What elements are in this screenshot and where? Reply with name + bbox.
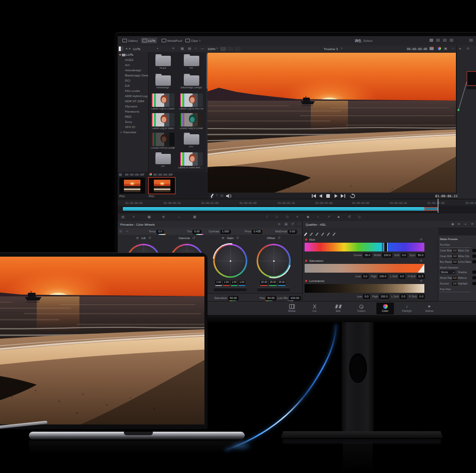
- tab-luts[interactable]: LUTs: [141, 38, 157, 43]
- param-high[interactable]: High100.0: [371, 274, 388, 279]
- offset-wheel[interactable]: [257, 244, 291, 278]
- auto-icon[interactable]: ⊙: [119, 230, 122, 233]
- param-soft[interactable]: Soft0.0: [394, 253, 407, 258]
- playhead[interactable]: [438, 199, 438, 213]
- hue-enabled-dot[interactable]: [305, 239, 307, 241]
- hue-param[interactable]: Hue50.00: [260, 296, 276, 301]
- annotate-pencil-icon[interactable]: [210, 194, 214, 198]
- lut-folder[interactable]: DCI: [177, 132, 205, 151]
- transport-controls[interactable]: [311, 194, 355, 198]
- reset-icon[interactable]: ↺: [148, 236, 151, 240]
- slider[interactable]: [440, 247, 471, 248]
- param-middetail[interactable]: MidDetail0.00: [275, 230, 297, 234]
- sidebar-item-hdr-st2084[interactable]: HDR ST 2084: [118, 99, 148, 104]
- lummix-param[interactable]: Lum Mix100.00: [277, 296, 301, 301]
- page-cut[interactable]: Cut: [306, 303, 323, 314]
- offset-master-slider[interactable]: [257, 288, 290, 291]
- param-pivot[interactable]: Pivot0.435: [245, 230, 262, 234]
- param-lsoft[interactable]: L.Soft0.0: [391, 294, 407, 299]
- matte-row[interactable]: Clean Black0.0Black Clip: [438, 248, 476, 254]
- param-tint[interactable]: Tint0.00: [187, 230, 201, 234]
- lut-folder[interactable]: Arri: [177, 53, 205, 73]
- timeline-clip-bar-selected[interactable]: [424, 207, 438, 211]
- saturation-enabled-dot[interactable]: [305, 260, 307, 262]
- tool-icon[interactable]: ⊕: [162, 215, 165, 219]
- forward-icon[interactable]: ▸: [129, 47, 131, 51]
- lut-item[interactable]: Canon Log to Cineon: [149, 92, 177, 112]
- page-edit[interactable]: Edit: [329, 303, 347, 314]
- range-handle[interactable]: [384, 243, 384, 251]
- list-view-icon[interactable]: ▤: [188, 47, 191, 51]
- clip-filter-icon[interactable]: ▤: [119, 173, 122, 177]
- saturation-param[interactable]: Saturation50.00: [214, 296, 239, 301]
- gain-master-slider[interactable]: [214, 288, 247, 291]
- search-icon[interactable]: ○: [195, 47, 197, 51]
- sidebar-item-astrodesign[interactable]: Astrodesign: [118, 68, 148, 73]
- param-sym[interactable]: Sym50.0: [409, 253, 425, 258]
- tool-icon[interactable]: ↔: [178, 215, 181, 219]
- page-deliver[interactable]: ▶Deliver: [421, 303, 438, 314]
- param-center[interactable]: Center29.0: [354, 253, 372, 258]
- zoom-level[interactable]: 100%: [208, 48, 215, 51]
- param-high[interactable]: High100.0: [372, 294, 389, 299]
- check-icon[interactable]: ✓: [126, 230, 129, 233]
- tab-clips[interactable]: Clips ∨: [184, 38, 202, 43]
- color-node[interactable]: [467, 71, 476, 86]
- sidebar-item-arri[interactable]: Arri: [118, 62, 148, 68]
- color-wheel-icon[interactable]: [438, 47, 441, 50]
- reset-icon[interactable]: ↺: [420, 259, 422, 262]
- window-icon[interactable]: [430, 39, 433, 42]
- param-value[interactable]: 0.435: [252, 230, 262, 234]
- sidebar-item-favorites[interactable]: ☆ Favorites: [118, 130, 148, 135]
- lut-item[interactable]: Cineon Print to Linear: [149, 132, 177, 151]
- eyedropper-add-icon[interactable]: [309, 232, 313, 236]
- timeline-clip-bar[interactable]: [123, 207, 424, 211]
- matte-row[interactable]: Pre-Filter: [438, 243, 476, 248]
- view-toggle-button[interactable]: [220, 47, 226, 51]
- pointer-icon[interactable]: ▸: [459, 47, 461, 51]
- lut-folder[interactable]: Astrodesign: [149, 73, 177, 92]
- sidebar-item-aces[interactable]: ACES: [118, 57, 148, 62]
- viewer-image[interactable]: [208, 53, 456, 193]
- param-low[interactable]: Low0.0: [357, 294, 370, 299]
- matte-row[interactable]: Clean White0.0White Clip: [438, 254, 476, 260]
- sidebar-item-sony[interactable]: Sony: [118, 119, 148, 124]
- lut-item[interactable]: Canon Log to Video: [149, 112, 177, 132]
- sidebar-item-dji[interactable]: DJI: [118, 83, 148, 88]
- view-toggle-button[interactable]: [235, 47, 241, 51]
- saturation-range-bar[interactable]: [305, 264, 424, 273]
- panel-icon[interactable]: ◐: [465, 223, 467, 226]
- timeline-selector[interactable]: Timeline 3: [324, 48, 338, 51]
- snapshot-icon[interactable]: ⊙: [220, 194, 223, 198]
- sidebar-item-red[interactable]: RED: [118, 114, 148, 119]
- tool-icon[interactable]: ↺: [348, 215, 351, 219]
- reset-icon[interactable]: ↺: [291, 223, 294, 226]
- timeline-ruler[interactable]: 01:00:00:00 01:00:00:16 01:00:01:08 01:0…: [118, 199, 476, 206]
- morph-dropdown[interactable]: Shrink∨: [440, 270, 455, 274]
- param-value[interactable]: 0.00: [193, 230, 201, 234]
- tool-icon[interactable]: ▥: [121, 215, 124, 219]
- param-hsoft[interactable]: H.Soft11.5: [407, 274, 425, 279]
- tool-icon[interactable]: ■: [338, 215, 340, 219]
- window-icon[interactable]: [450, 39, 453, 42]
- tool-icon[interactable]: ◇: [286, 215, 289, 219]
- tool-icon[interactable]: □: [276, 215, 278, 219]
- param-low[interactable]: Low0.0: [356, 274, 369, 279]
- sidebar-item-olympus[interactable]: Olympus: [118, 104, 148, 109]
- view-toggle-button[interactable]: [228, 47, 233, 51]
- param-lsoft[interactable]: L.Soft0.0: [390, 274, 405, 279]
- panel-icon[interactable]: ▾: [458, 223, 459, 226]
- sort-icon[interactable]: ≡: [172, 47, 174, 51]
- tool-icon[interactable]: ○: [317, 215, 319, 219]
- reset-icon[interactable]: ↺: [420, 279, 422, 282]
- param-value[interactable]: 0.00: [288, 230, 297, 234]
- tool-icon[interactable]: ▷: [358, 215, 361, 219]
- param-hsoft[interactable]: H.Soft0.0: [409, 294, 425, 299]
- gain-values[interactable]: 1.001.001.001.00: [215, 280, 245, 285]
- clip-thumbnail-selected[interactable]: [148, 177, 176, 194]
- sidebar-item-hdr-hlg[interactable]: HDR Hybrid Log: [118, 93, 148, 99]
- lut-folder[interactable]: DJI: [149, 151, 177, 171]
- audio-icon[interactable]: [226, 194, 231, 198]
- sidebar-item-vfx-io[interactable]: VFX IO: [118, 124, 148, 130]
- window-icon[interactable]: [436, 39, 440, 42]
